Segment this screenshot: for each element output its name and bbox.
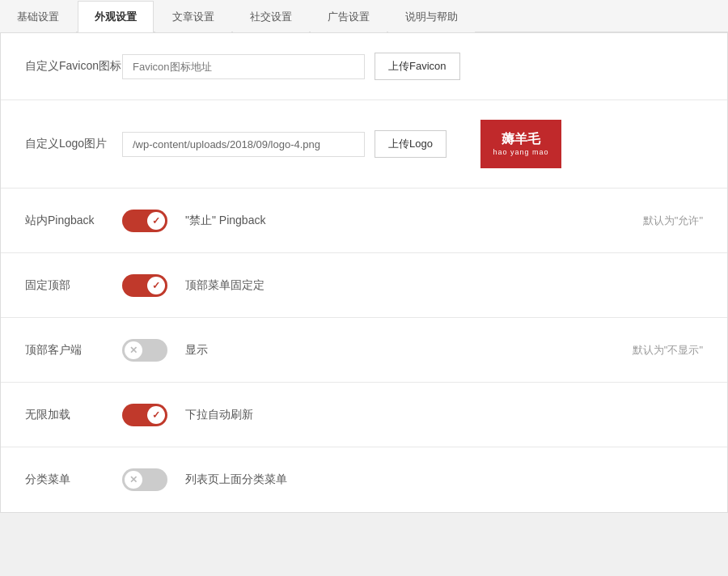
pingback-label: 站内Pingback	[25, 214, 122, 228]
top-customer-toggle-knob	[125, 341, 142, 359]
category-menu-toggle-icon	[129, 474, 138, 485]
infinite-load-toggle[interactable]	[122, 404, 167, 426]
category-menu-toggle-label: 列表页上面分类菜单	[185, 472, 287, 487]
sticky-top-toggle[interactable]	[122, 274, 167, 297]
logo-row: 自定义Logo图片 上传Logo 薅羊毛 hao yang mao	[1, 100, 727, 188]
top-customer-content: 显示 默认为"不显示"	[122, 339, 703, 362]
infinite-load-label: 无限加载	[25, 408, 122, 422]
pingback-toggle-icon	[152, 215, 160, 227]
category-menu-toggle[interactable]	[122, 468, 167, 491]
sticky-top-toggle-label: 顶部菜单固定定	[185, 278, 265, 293]
page-container: 基础设置 外观设置 文章设置 社交设置 广告设置 说明与帮助 自定义Favico…	[0, 0, 728, 513]
logo-upload-button[interactable]: 上传Logo	[375, 130, 447, 158]
logo-content: 上传Logo 薅羊毛 hao yang mao	[122, 120, 703, 168]
sticky-top-toggle-knob	[147, 277, 165, 294]
pingback-toggle-knob	[147, 212, 165, 230]
favicon-upload-button[interactable]: 上传Favicon	[375, 53, 460, 80]
pingback-toggle-label: "禁止" Pingback	[185, 214, 265, 228]
favicon-row: 自定义Favicon图标 上传Favicon	[1, 33, 727, 100]
logo-text-cn: 薅羊毛	[493, 131, 548, 148]
tab-appearance[interactable]: 外观设置	[78, 1, 154, 32]
tab-social[interactable]: 社交设置	[233, 1, 309, 32]
tabs-bar: 基础设置 外观设置 文章设置 社交设置 广告设置 说明与帮助	[0, 0, 728, 32]
top-customer-toggle-label: 显示	[185, 343, 208, 358]
logo-preview-inner: 薅羊毛 hao yang mao	[493, 131, 548, 157]
infinite-load-content: 下拉自动刷新	[122, 404, 703, 426]
pingback-row: 站内Pingback "禁止" Pingback 默认为"允许"	[1, 188, 727, 253]
logo-label: 自定义Logo图片	[25, 137, 122, 151]
category-menu-toggle-knob	[125, 471, 142, 489]
sticky-top-content: 顶部菜单固定定	[122, 274, 703, 297]
pingback-hint: 默认为"允许"	[643, 214, 703, 228]
logo-preview: 薅羊毛 hao yang mao	[480, 120, 561, 168]
top-customer-toggle-icon	[129, 345, 138, 356]
infinite-load-toggle-label: 下拉自动刷新	[185, 408, 253, 422]
content-area: 自定义Favicon图标 上传Favicon 自定义Logo图片 上传Logo …	[0, 32, 728, 513]
category-menu-row: 分类菜单 列表页上面分类菜单	[1, 447, 727, 512]
category-menu-content: 列表页上面分类菜单	[122, 468, 703, 491]
tab-help[interactable]: 说明与帮助	[388, 1, 475, 32]
tab-ads[interactable]: 广告设置	[311, 1, 387, 32]
favicon-label: 自定义Favicon图标	[25, 59, 122, 74]
pingback-toggle[interactable]	[122, 210, 167, 232]
top-customer-toggle[interactable]	[122, 339, 167, 362]
top-customer-hint: 默认为"不显示"	[633, 343, 703, 358]
category-menu-label: 分类菜单	[25, 472, 122, 487]
sticky-top-label: 固定顶部	[25, 278, 122, 293]
favicon-input[interactable]	[122, 54, 365, 79]
infinite-load-toggle-icon	[152, 409, 160, 421]
sticky-top-toggle-icon	[152, 280, 160, 291]
sticky-top-row: 固定顶部 顶部菜单固定定	[1, 253, 727, 318]
logo-input[interactable]	[122, 132, 365, 157]
infinite-load-toggle-knob	[147, 406, 165, 424]
favicon-content: 上传Favicon	[122, 53, 703, 80]
pingback-content: "禁止" Pingback 默认为"允许"	[122, 210, 703, 232]
top-customer-label: 顶部客户端	[25, 343, 122, 358]
top-customer-row: 顶部客户端 显示 默认为"不显示"	[1, 318, 727, 383]
logo-text-en: hao yang mao	[493, 148, 548, 158]
tab-article[interactable]: 文章设置	[155, 1, 231, 32]
infinite-load-row: 无限加载 下拉自动刷新	[1, 383, 727, 447]
tab-basic[interactable]: 基础设置	[0, 1, 76, 32]
